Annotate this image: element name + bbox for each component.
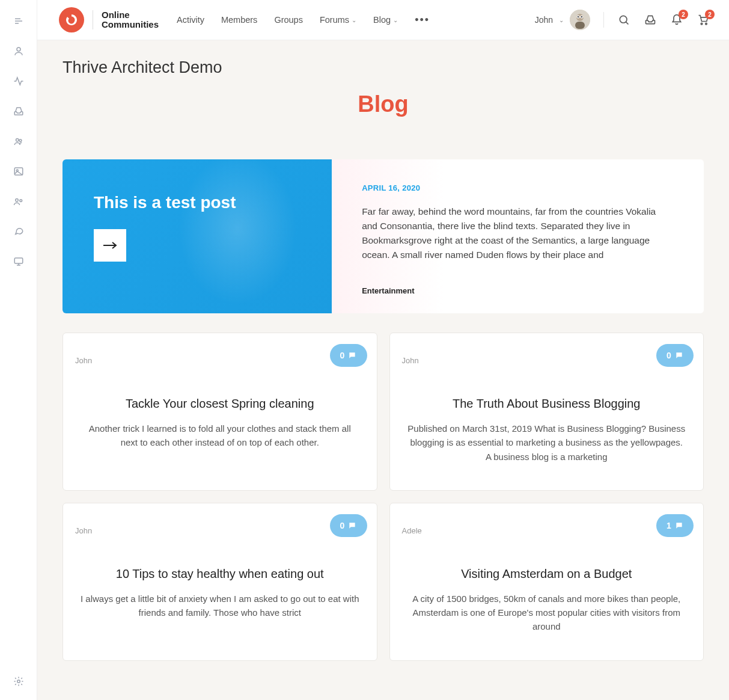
nav-activity[interactable]: Activity — [177, 15, 204, 25]
post-grid: John 0 Tackle Your closest Spring cleani… — [63, 333, 704, 661]
comment-count[interactable]: 0 — [330, 514, 367, 537]
profile-icon[interactable] — [12, 45, 25, 58]
post-excerpt: I always get a little bit of anxiety whe… — [75, 592, 365, 620]
post-author[interactable]: John — [75, 526, 92, 535]
post-card: John 0 10 Tips to stay healthy when eati… — [63, 503, 377, 661]
logo-badge-icon — [59, 7, 84, 32]
nav-forums[interactable]: Forums⌄ — [320, 15, 356, 25]
chevron-down-icon: ⌄ — [352, 17, 356, 23]
page-title: Thrive Architect Demo — [63, 58, 704, 77]
svg-point-20 — [581, 16, 582, 17]
svg-rect-10 — [14, 258, 23, 263]
featured-post: This is a test post APRIL 16, 2020 Far f… — [63, 159, 704, 313]
post-title[interactable]: The Truth About Business Blogging — [402, 397, 692, 411]
photos-rail-icon[interactable] — [12, 165, 25, 178]
search-icon[interactable] — [617, 13, 630, 26]
svg-point-5 — [19, 140, 22, 142]
post-excerpt: Published on March 31st, 2019 What is Bu… — [402, 422, 692, 464]
post-card: John 0 The Truth About Business Blogging… — [389, 333, 704, 491]
svg-point-21 — [620, 16, 627, 23]
svg-point-9 — [19, 200, 22, 202]
svg-point-13 — [17, 680, 20, 683]
svg-point-24 — [706, 23, 707, 24]
featured-hero: This is a test post — [63, 159, 332, 313]
featured-body: APRIL 16, 2020 Far far away, behind the … — [332, 159, 704, 313]
comment-count[interactable]: 0 — [656, 344, 694, 367]
featured-excerpt: Far far away, behind the word mountains,… — [362, 204, 674, 262]
post-excerpt: Another trick I learned is to fold all y… — [75, 422, 365, 450]
notifications-icon[interactable]: 2 — [670, 13, 683, 26]
svg-point-8 — [15, 199, 18, 202]
friends-rail-icon[interactable] — [12, 195, 25, 208]
user-name-label: John — [535, 15, 553, 25]
featured-read-more-button[interactable] — [94, 229, 126, 262]
cart-badge: 2 — [705, 10, 715, 19]
groups-rail-icon[interactable] — [12, 135, 25, 148]
nav-blog[interactable]: Blog⌄ — [373, 15, 398, 25]
svg-point-4 — [16, 139, 19, 142]
post-author[interactable]: John — [402, 356, 419, 365]
activity-pulse-icon[interactable] — [12, 75, 25, 88]
primary-nav: Activity Members Groups Forums⌄ Blog⌄ ••… — [177, 14, 430, 26]
cart-icon[interactable]: 2 — [697, 13, 710, 26]
featured-date: APRIL 16, 2020 — [362, 183, 674, 192]
header-right: John ⌄ 2 2 — [535, 10, 710, 30]
svg-line-22 — [626, 22, 628, 24]
nav-groups[interactable]: Groups — [274, 15, 303, 25]
featured-title[interactable]: This is a test post — [94, 193, 300, 212]
main-header: Online Communities Activity Members Grou… — [37, 0, 729, 40]
post-title[interactable]: 10 Tips to stay healthy when eating out — [75, 567, 365, 581]
brand-logo[interactable]: Online Communities — [59, 7, 159, 32]
svg-point-23 — [701, 23, 703, 24]
post-author[interactable]: Adele — [402, 526, 422, 535]
comment-count[interactable]: 1 — [656, 514, 694, 537]
main-content: Thrive Architect Demo Blog This is a tes… — [37, 40, 729, 697]
avatar — [570, 10, 590, 30]
blog-heading: Blog — [63, 91, 704, 117]
nav-members[interactable]: Members — [221, 15, 257, 25]
left-sidebar — [0, 0, 37, 697]
chevron-down-icon: ⌄ — [559, 17, 564, 23]
post-title[interactable]: Visiting Amsterdam on a Budget — [402, 567, 692, 581]
logo-divider — [93, 10, 93, 29]
post-card: John 0 Tackle Your closest Spring cleani… — [63, 333, 377, 491]
comment-count[interactable]: 0 — [330, 344, 367, 367]
header-divider — [603, 12, 604, 28]
svg-point-3 — [17, 48, 20, 51]
post-author[interactable]: John — [75, 356, 92, 365]
user-menu[interactable]: John ⌄ — [535, 10, 590, 30]
inbox-header-icon[interactable] — [644, 13, 657, 26]
brand-name: Online Communities — [102, 10, 159, 30]
post-excerpt: A city of 1500 bridges, 50km of canals a… — [402, 592, 692, 634]
settings-rail-icon[interactable] — [12, 675, 25, 688]
inbox-rail-icon[interactable] — [12, 105, 25, 118]
notifications-badge: 2 — [679, 10, 688, 19]
chevron-down-icon: ⌄ — [393, 17, 398, 23]
discussions-rail-icon[interactable] — [12, 225, 25, 238]
svg-point-19 — [578, 16, 579, 17]
featured-category[interactable]: Entertainment — [362, 286, 674, 295]
monitor-rail-icon[interactable] — [12, 255, 25, 268]
post-card: Adele 1 Visiting Amsterdam on a Budget A… — [389, 503, 704, 661]
svg-rect-16 — [575, 22, 585, 29]
nav-more-icon[interactable]: ••• — [415, 14, 430, 26]
menu-toggle-icon[interactable] — [12, 14, 25, 28]
post-title[interactable]: Tackle Your closest Spring cleaning — [75, 397, 365, 411]
